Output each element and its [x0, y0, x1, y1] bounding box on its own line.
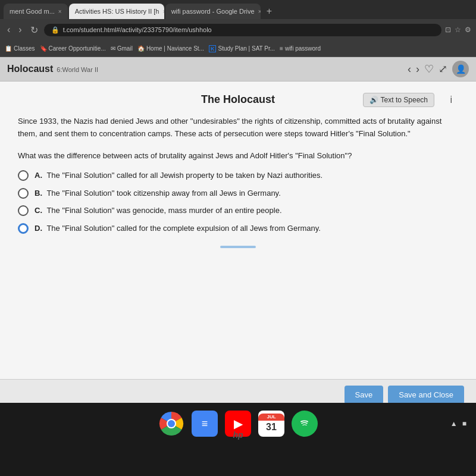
bookmark-classes[interactable]: 📋 Classes [5, 45, 35, 52]
tab-activities[interactable]: Activities HS: US History II [h × [69, 4, 164, 19]
bookmark-naviance[interactable]: 🏠 Home | Naviance St... [137, 45, 204, 52]
bookmark-icon: K [209, 45, 217, 52]
bookmark-icon: 📋 [5, 45, 12, 52]
taskbar-chrome[interactable] [158, 411, 184, 437]
extension-icon[interactable]: ⚙ [465, 26, 471, 34]
option-a[interactable]: A. The "Final Solution" called for all J… [18, 170, 458, 181]
browser-chrome: ment Good m... × Activities HS: US Histo… [0, 0, 476, 57]
tab-close-icon[interactable]: × [258, 8, 261, 15]
question-text: What was the difference between acts of … [18, 150, 458, 162]
option-c-text: The "Final Solution" was genocide, mass … [46, 206, 281, 215]
taskbar-spotify[interactable] [292, 411, 318, 437]
quiz-container: The Holocaust 🔊 Text to Speech i Since 1… [0, 82, 476, 379]
option-b[interactable]: B. The "Final Solution" took citizenship… [18, 187, 458, 199]
bookmark-icon: ✉ [111, 45, 115, 52]
info-icon[interactable]: i [450, 95, 452, 105]
page-breadcrumb: Holocaust [7, 64, 53, 74]
scroll-indicator [220, 246, 256, 248]
bookmarks-bar: 📋 Classes 🔖 Career Opportunitie... ✉ Gma… [0, 40, 476, 57]
radio-b[interactable] [18, 188, 29, 199]
next-arrow[interactable]: › [416, 63, 419, 76]
calendar-month: JUL [258, 414, 284, 421]
content-area: The Holocaust 🔊 Text to Speech i Since 1… [0, 82, 476, 403]
radio-d[interactable] [18, 223, 29, 234]
taskbar: ≡ ▶ JUL 31 ▲ ■ hp [0, 403, 476, 444]
tab-close-icon[interactable]: × [162, 8, 164, 15]
hp-logo: hp [233, 430, 243, 440]
taskbar-calendar[interactable]: JUL 31 [258, 411, 284, 437]
bookmark-study-plan[interactable]: K Study Plan | SAT Pr... [209, 45, 275, 52]
save-close-button[interactable]: Save and Close [388, 386, 464, 403]
page-breadcrumb-sub: 6:World War II [57, 66, 98, 73]
option-d-letter: D. [35, 224, 42, 233]
passage-text: Since 1933, the Nazis had denied Jews an… [18, 115, 458, 140]
option-b-letter: B. [35, 189, 42, 198]
action-buttons-row: Save Save and Close [0, 379, 476, 403]
cast-icon[interactable]: ⊡ [445, 26, 451, 34]
bookmark-wifi[interactable]: ≡ wifi password [280, 45, 321, 52]
address-bar-row: ‹ › ↻ 🔒 t.com/student.html#/activity/233… [0, 19, 476, 40]
expand-icon[interactable]: ⤢ [439, 62, 447, 76]
avatar[interactable]: 👤 [452, 61, 469, 77]
back-button[interactable]: ‹ [5, 23, 12, 36]
docs-icon: ≡ [202, 418, 208, 430]
taskbar-right: ▲ ■ [450, 419, 466, 428]
option-b-text: The "Final Solution" took citizenship aw… [46, 189, 280, 198]
bookmark-icon: 🔖 [40, 45, 47, 52]
tab-bar: ment Good m... × Activities HS: US Histo… [0, 0, 476, 19]
forward-button[interactable]: › [16, 23, 24, 36]
tab-assessment[interactable]: ment Good m... × [4, 4, 68, 19]
address-bar[interactable]: 🔒 t.com/student.html#/activity/23375790/… [44, 24, 441, 36]
lock-icon: 🔒 [51, 26, 60, 34]
youtube-icon: ▶ [234, 416, 243, 431]
heart-icon[interactable]: ♡ [424, 62, 434, 76]
speaker-icon: 🔊 [369, 96, 378, 104]
tab-close-icon[interactable]: × [58, 8, 62, 15]
bookmark-icon[interactable]: ☆ [455, 26, 461, 34]
quiz-title: The Holocaust [201, 93, 275, 106]
bookmark-career[interactable]: 🔖 Career Opportunitie... [40, 45, 106, 52]
option-d[interactable]: D. The "Final Solution" called for the c… [18, 223, 458, 234]
new-tab-button[interactable]: + [262, 6, 277, 17]
bookmark-icon: ≡ [280, 45, 283, 52]
option-a-text: The "Final Solution" called for all Jewi… [46, 171, 322, 180]
taskbar-docs[interactable]: ≡ [192, 411, 218, 437]
page-header: Holocaust 6:World War II ‹ › ♡ ⤢ 👤 [0, 57, 476, 82]
tab-wifi[interactable]: wifi password - Google Drive × [165, 4, 261, 19]
save-button[interactable]: Save [345, 386, 384, 403]
page-title-bar: Holocaust 6:World War II [7, 64, 98, 74]
quiz-title-row: The Holocaust 🔊 Text to Speech i [18, 93, 458, 106]
prev-arrow[interactable]: ‹ [408, 63, 411, 76]
battery-icon: ■ [462, 419, 466, 428]
answer-options: A. The "Final Solution" called for all J… [18, 170, 458, 234]
calendar-day: 31 [266, 421, 277, 434]
nav-arrows: ‹ › ♡ ⤢ 👤 [408, 61, 469, 77]
option-c-letter: C. [35, 206, 42, 215]
option-c[interactable]: C. The "Final Solution" was genocide, ma… [18, 205, 458, 217]
option-a-letter: A. [35, 171, 42, 180]
tts-button[interactable]: 🔊 Text to Speech [363, 93, 434, 107]
bookmark-gmail[interactable]: ✉ Gmail [111, 45, 133, 52]
radio-c[interactable] [18, 205, 29, 216]
radio-a[interactable] [18, 170, 29, 181]
svg-point-2 [168, 420, 175, 427]
refresh-button[interactable]: ↻ [28, 23, 40, 37]
option-d-text: The "Final Solution" called for the comp… [46, 224, 321, 233]
wifi-icon: ▲ [450, 419, 458, 428]
bookmark-icon: 🏠 [137, 45, 145, 52]
